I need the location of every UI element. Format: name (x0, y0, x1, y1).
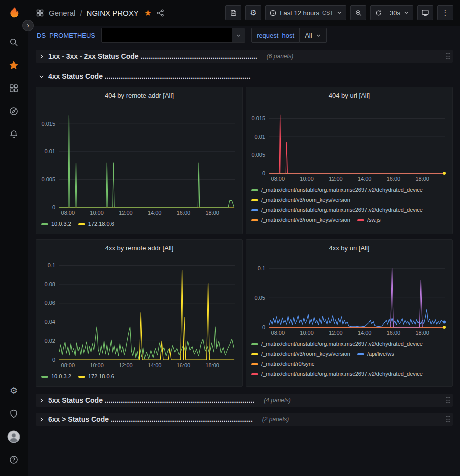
row-drag-handle[interactable] (446, 52, 450, 60)
alerting-icon-button[interactable] (4, 124, 24, 144)
main-area: General / NGINX PROXY ★ (28, 0, 460, 476)
series-color-swatch (78, 376, 85, 378)
series-color-swatch (251, 209, 258, 211)
panel-404-by-remote-addr: 404 by remote addr [All] 00.0050.010.015… (36, 87, 243, 234)
panel-legend: 10.0.3.2172.18.0.6 (36, 371, 242, 381)
legend-item[interactable]: 10.0.3.2 (41, 220, 71, 228)
dashboard-title[interactable]: NGINX PROXY (87, 9, 139, 17)
timeseries-chart[interactable]: 00.020.040.060.080.108:0010:0012:0014:00… (36, 256, 243, 371)
legend-item[interactable]: /_matrix/client/v3/room_keys/version (251, 350, 350, 358)
svg-text:0: 0 (262, 324, 265, 330)
panel-header[interactable]: 404 by uri [All] (246, 87, 452, 103)
favorite-star-icon[interactable]: ★ (144, 8, 152, 18)
configuration-icon-button[interactable]: ⚙ (4, 381, 24, 401)
legend-item[interactable]: 172.18.0.6 (78, 372, 114, 381)
row-1xx-3xx-2xx-status-code[interactable]: 1xx - 3xx - 2xx Status Code ............… (36, 50, 453, 63)
save-dashboard-button[interactable] (225, 5, 241, 20)
timeseries-chart[interactable]: 00.050.108:0010:0012:0014:0016:0018:00 (246, 256, 453, 338)
series-color-swatch (251, 219, 258, 221)
cycle-view-button[interactable] (417, 5, 433, 20)
series-color-swatch (357, 353, 364, 355)
svg-text:12:00: 12:00 (329, 176, 343, 182)
compass-icon (9, 106, 19, 116)
row-5xx-status-code[interactable]: 5xx Status Code ........................… (36, 394, 453, 407)
svg-text:10:00: 10:00 (90, 362, 104, 368)
row-drag-handle[interactable] (446, 396, 450, 404)
svg-text:0: 0 (52, 204, 55, 210)
timeseries-chart[interactable]: 00.0050.010.01508:0010:0012:0014:0016:00… (36, 103, 243, 218)
help-icon-button[interactable] (4, 450, 24, 470)
user-avatar[interactable] (4, 427, 24, 447)
svg-text:08:00: 08:00 (61, 362, 75, 368)
panel-header[interactable]: 404 by remote addr [All] (36, 87, 242, 103)
series-label: /_matrix/client/unstable/org.matrix.msc2… (261, 340, 423, 348)
dashboard-canvas: 1xx - 3xx - 2xx Status Code ............… (28, 45, 460, 476)
svg-text:0.05: 0.05 (255, 295, 265, 301)
legend-item[interactable]: /api/live/ws (357, 350, 394, 358)
series-label: /_matrix/client/unstable/org.matrix.msc2… (261, 206, 423, 214)
chevron-down-icon (403, 10, 409, 16)
panel-header[interactable]: 4xx by uri [All] (246, 240, 452, 256)
svg-text:10:00: 10:00 (300, 176, 314, 182)
svg-text:16:00: 16:00 (387, 176, 401, 182)
datasource-value-dropdown[interactable] (101, 28, 245, 43)
row-4xx-status-code[interactable]: 4xx Status Code ........................… (36, 70, 453, 83)
svg-text:10:00: 10:00 (90, 210, 104, 216)
expand-sidebar-button[interactable]: › (22, 20, 34, 31)
gear-icon: ⚙ (250, 8, 257, 17)
series-color-swatch (251, 373, 258, 375)
refresh-icon (375, 9, 382, 17)
dashboard-settings-button[interactable]: ⚙ (245, 5, 261, 20)
panel-404-by-uri: 404 by uri [All] 00.0050.010.01508:0010:… (246, 87, 453, 234)
svg-text:0.005: 0.005 (41, 176, 55, 182)
legend-item[interactable]: /_matrix/client/unstable/org.matrix.msc2… (251, 206, 423, 214)
search-icon-button[interactable] (4, 32, 24, 52)
series-label: 10.0.3.2 (51, 372, 71, 381)
svg-text:18:00: 18:00 (415, 176, 429, 182)
row-drag-handle[interactable] (446, 415, 450, 423)
breadcrumb-section[interactable]: General (49, 9, 75, 17)
legend-item[interactable]: /_matrix/client/r0/sync (251, 360, 314, 368)
time-picker-button[interactable]: Last 12 hours CST (265, 5, 346, 20)
bell-icon (9, 129, 19, 139)
more-menu-button[interactable]: ⋮ (437, 5, 453, 20)
sidebar: ⚙ (0, 0, 28, 476)
legend-item[interactable]: /sw.js (357, 216, 381, 224)
legend-item[interactable]: 172.18.0.6 (78, 220, 114, 228)
timeseries-chart[interactable]: 00.0050.010.01508:0010:0012:0014:0016:00… (246, 103, 453, 184)
legend-item[interactable]: /_matrix/client/v3/room_keys/version (251, 196, 350, 204)
refresh-button[interactable] (370, 5, 386, 20)
legend-item[interactable]: /_matrix/client/unstable/org.matrix.msc2… (251, 186, 423, 194)
explore-icon-button[interactable] (4, 101, 24, 121)
legend-item[interactable]: /_matrix/client/unstable/org.matrix.msc2… (251, 340, 423, 348)
panel-legend: 10.0.3.2172.18.0.6 (36, 218, 242, 228)
time-range-label: Last 12 hours (280, 9, 319, 17)
series-color-swatch (251, 353, 258, 355)
legend-item[interactable]: /_matrix/client/v3/room_keys/version (251, 216, 350, 224)
svg-text:0.01: 0.01 (255, 134, 265, 140)
svg-text:0.01: 0.01 (45, 148, 55, 154)
legend-item[interactable]: 10.0.3.2 (41, 372, 71, 381)
starred-icon-button[interactable] (4, 55, 24, 75)
navbar-actions: ⚙ Last 12 hours CST (225, 5, 453, 20)
svg-text:0.08: 0.08 (45, 281, 55, 287)
row-panel-count: (6 panels) (267, 53, 293, 60)
svg-text:0.015: 0.015 (251, 115, 265, 121)
request-host-dropdown[interactable]: All (300, 28, 326, 43)
grafana-logo[interactable] (4, 4, 24, 24)
refresh-group: 30s (370, 5, 413, 20)
svg-text:12:00: 12:00 (119, 362, 133, 368)
svg-text:10:00: 10:00 (300, 330, 314, 336)
share-icon[interactable] (156, 9, 165, 17)
dashboards-icon-button[interactable] (4, 78, 24, 98)
panel-header[interactable]: 4xx by remote addr [All] (36, 240, 242, 256)
monitor-icon (421, 9, 429, 17)
row-6xx-status-code[interactable]: 6xx > Status Code ......................… (36, 413, 453, 426)
chevron-right-icon (38, 416, 45, 423)
series-color-swatch (251, 363, 258, 365)
svg-text:14:00: 14:00 (148, 210, 162, 216)
zoom-out-button[interactable] (350, 5, 366, 20)
refresh-interval-dropdown[interactable]: 30s (386, 5, 413, 20)
legend-item[interactable]: /_matrix/client/unstable/org.matrix.msc2… (251, 370, 423, 378)
server-admin-icon-button[interactable] (4, 404, 24, 424)
